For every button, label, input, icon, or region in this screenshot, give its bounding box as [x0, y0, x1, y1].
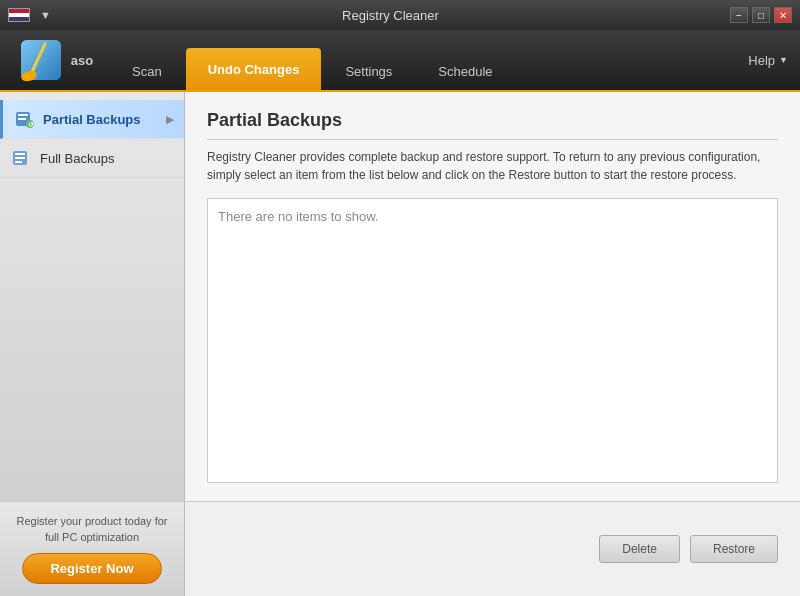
sidebar-item-full-backups[interactable]: Full Backups: [0, 139, 184, 178]
header: aso Scan Undo Changes Settings Schedule …: [0, 30, 800, 92]
content-bottom: Delete Restore: [185, 502, 800, 596]
sidebar: ↺ Partial Backups ▶ Full Backups: [0, 92, 185, 501]
partial-arrow-icon: ▶: [166, 114, 174, 125]
sidebar-item-partial-backups[interactable]: ↺ Partial Backups ▶: [0, 100, 184, 139]
title-bar-dropdown[interactable]: ▼: [40, 9, 51, 21]
delete-button[interactable]: Delete: [599, 535, 680, 563]
minimize-button[interactable]: −: [730, 7, 748, 23]
restore-button[interactable]: Restore: [690, 535, 778, 563]
tab-schedule[interactable]: Schedule: [416, 52, 514, 90]
help-label: Help: [748, 53, 775, 68]
tab-undo-changes[interactable]: Undo Changes: [186, 48, 322, 90]
register-now-button[interactable]: Register Now: [22, 553, 162, 584]
window-controls: − □ ✕: [730, 7, 792, 23]
maximize-button[interactable]: □: [752, 7, 770, 23]
svg-rect-6: [18, 118, 26, 120]
logo-area: aso: [0, 30, 110, 90]
backup-items-list[interactable]: There are no items to show.: [207, 198, 778, 483]
tab-settings[interactable]: Settings: [323, 52, 414, 90]
main-content: ↺ Partial Backups ▶ Full Backups: [0, 92, 800, 501]
help-chevron-icon: ▼: [779, 55, 788, 65]
content-description: Registry Cleaner provides complete backu…: [207, 148, 778, 184]
partial-backups-icon: ↺: [13, 108, 35, 130]
nav-tabs: Scan Undo Changes Settings Schedule: [110, 30, 736, 90]
empty-list-message: There are no items to show.: [218, 209, 378, 224]
full-backups-icon: [10, 147, 32, 169]
svg-rect-10: [15, 153, 25, 155]
title-bar: ▼ Registry Cleaner − □ ✕: [0, 0, 800, 30]
sidebar-partial-label: Partial Backups: [43, 112, 141, 127]
flag-icon: [8, 8, 30, 22]
close-button[interactable]: ✕: [774, 7, 792, 23]
register-text: Register your product today for full PC …: [10, 514, 174, 545]
logo-text: aso: [71, 53, 93, 68]
app-container: aso Scan Undo Changes Settings Schedule …: [0, 30, 800, 596]
app-logo-icon: [17, 36, 65, 84]
content-panel: Partial Backups Registry Cleaner provide…: [185, 92, 800, 501]
app-title: Registry Cleaner: [51, 8, 730, 23]
svg-text:↺: ↺: [28, 121, 34, 128]
page-title: Partial Backups: [207, 110, 778, 140]
bottom-area: Register your product today for full PC …: [0, 501, 800, 596]
help-menu[interactable]: Help ▼: [736, 30, 800, 90]
svg-rect-12: [15, 161, 22, 163]
sidebar-full-label: Full Backups: [40, 151, 114, 166]
svg-rect-11: [15, 157, 25, 159]
sidebar-bottom: Register your product today for full PC …: [0, 502, 185, 596]
tab-scan[interactable]: Scan: [110, 52, 184, 90]
svg-rect-5: [18, 114, 28, 116]
